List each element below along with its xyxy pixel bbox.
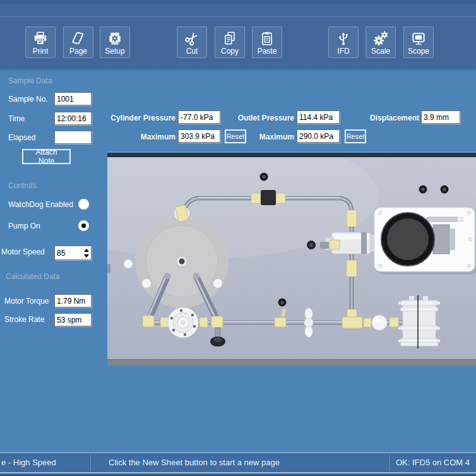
sample-no-label: Sample No. [8,95,48,104]
pump-on-radio[interactable] [78,220,89,231]
copy-icon [222,30,238,47]
outlet-pressure-label: Outlet Pressure [232,114,294,122]
displacement-field[interactable] [421,110,460,124]
status-bar: e - High Speed Click the New Sheet butto… [0,452,476,472]
motor-speed-input[interactable] [55,246,81,259]
butterfly-union [304,308,313,337]
attach-note-button[interactable]: Attach Note [22,149,71,164]
paste-button[interactable]: Paste [252,27,282,58]
ifd-button-label: IFD [337,47,349,56]
pump-on-label: Pump On [8,222,40,230]
status-divider [90,455,91,471]
motor-torque-label: Motor Torque [4,297,49,306]
print-button-label: Print [33,47,49,56]
cut-button-label: Cut [186,47,198,56]
spin-down-icon[interactable] [84,254,89,258]
scope-icon [410,30,427,47]
time-input[interactable] [54,112,92,125]
diagram-bottom-strip [107,360,476,366]
spin-up-icon[interactable] [84,249,89,252]
setup-button-label: Setup [105,47,124,56]
ball-valve [372,315,387,330]
displacement-label: Displacement [354,114,419,122]
outlet-maximum-label: Maximum [232,133,294,141]
outlet-pressure-field[interactable] [297,110,340,124]
status-message-text: Click the New Sheet button to start a ne… [109,453,280,472]
bottom-dark-strip [0,473,476,476]
toolbar: Print Page Setup [0,17,476,66]
stroke-rate-field[interactable] [54,313,92,326]
elapsed-label: Elapsed [8,133,35,142]
motor-torque-field[interactable] [54,294,92,307]
outlet-max-reset-button[interactable]: Reset [345,129,366,143]
printer-setup-icon [107,30,123,47]
scope-button[interactable]: Scope [403,27,434,58]
page-button[interactable]: Page [63,27,93,58]
cylinder-pressure-field[interactable] [178,110,220,124]
diagram-top-strip [107,153,476,157]
status-connection-text: OK: IFD5 on COM 4 [396,453,470,472]
pump-flange [168,307,198,338]
motor-speed-label: Motor Speed [1,247,45,256]
copy-button[interactable]: Copy [215,27,245,58]
elapsed-input[interactable] [54,131,92,144]
page-button-label: Page [69,47,87,56]
print-button[interactable]: Print [25,27,56,58]
menu-band [0,4,476,17]
cylinder-maximum-label: Maximum [107,133,176,141]
page-icon [70,30,86,47]
sample-data-header: Sample Data [8,76,52,85]
cylinder-pressure-label: Cylinder Pressure [107,114,176,122]
printer-icon [32,30,49,47]
watchdog-radio[interactable] [78,199,89,210]
watchdog-label: WatchDog Enabled [8,200,73,209]
setup-button[interactable]: Setup [100,27,130,58]
usb-icon [335,30,352,47]
motor-plate [374,208,476,275]
gears-icon [372,30,389,47]
calculated-data-header: Calculated Data [6,272,59,281]
copy-button-label: Copy [221,47,239,56]
paste-button-label: Paste [258,47,277,56]
outlet-maximum-field[interactable] [297,129,340,143]
status-left-text: e - High Speed [1,453,56,472]
ifd-button[interactable]: IFD [328,27,359,58]
controls-header: Controls [8,181,37,190]
equipment-diagram [107,152,476,366]
clipboard-icon [259,30,275,47]
cylinder-maximum-field[interactable] [178,129,220,143]
scale-button[interactable]: Scale [366,27,396,58]
scissors-icon [184,30,200,47]
time-label: Time [8,114,25,123]
scale-button-label: Scale [371,47,390,56]
scope-button-label: Scope [408,47,429,56]
sample-no-input[interactable] [54,92,92,105]
stroke-rate-label: Stroke Rate [4,315,44,324]
motor-speed-stepper[interactable] [54,246,92,260]
toolbar-divider-band [0,66,476,73]
cut-button[interactable]: Cut [177,27,207,58]
status-divider [388,455,390,471]
accumulator-vessel [398,295,441,348]
